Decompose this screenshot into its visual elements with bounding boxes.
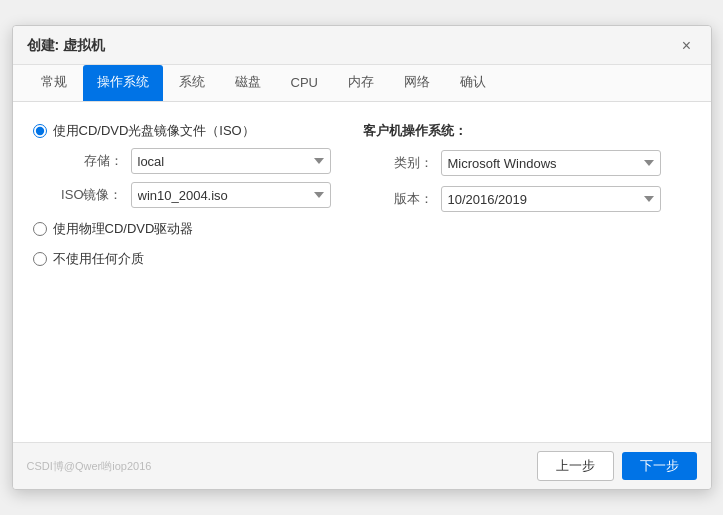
iso-section: 存储： local ISO镜像： win10_2004.iso xyxy=(53,148,333,208)
media-radio-group: 使用CD/DVD光盘镜像文件（ISO） 存储： local IS xyxy=(33,122,333,268)
next-button[interactable]: 下一步 xyxy=(622,452,697,480)
category-select[interactable]: Microsoft Windows xyxy=(441,150,661,176)
tab-bar: 常规 操作系统 系统 磁盘 CPU 内存 网络 确认 xyxy=(13,65,711,102)
right-column: 客户机操作系统： 类别： Microsoft Windows 版本： 10/20… xyxy=(363,122,691,268)
close-button[interactable]: × xyxy=(677,36,697,56)
radio-physical-label[interactable]: 使用物理CD/DVD驱动器 xyxy=(53,220,194,238)
radio-iso[interactable]: 使用CD/DVD光盘镜像文件（ISO） xyxy=(33,122,333,140)
radio-iso-label[interactable]: 使用CD/DVD光盘镜像文件（ISO） xyxy=(53,122,255,140)
radio-none-label[interactable]: 不使用任何介质 xyxy=(53,250,144,268)
iso-label: ISO镜像： xyxy=(53,186,123,204)
tab-disk[interactable]: 磁盘 xyxy=(221,65,275,101)
storage-row: 存储： local xyxy=(53,148,333,174)
dialog-header: 创建: 虚拟机 × xyxy=(13,26,711,65)
version-label: 版本： xyxy=(363,190,433,208)
category-label: 类别： xyxy=(363,154,433,172)
radio-iso-input[interactable] xyxy=(33,124,47,138)
radio-physical-input[interactable] xyxy=(33,222,47,236)
footer-watermark: CSDI博@Qwer哟iop2016 xyxy=(27,459,152,474)
storage-label: 存储： xyxy=(53,152,123,170)
category-row: 类别： Microsoft Windows xyxy=(363,150,691,176)
tab-cpu[interactable]: CPU xyxy=(277,67,332,100)
tab-os[interactable]: 操作系统 xyxy=(83,65,163,101)
iso-select[interactable]: win10_2004.iso xyxy=(131,182,331,208)
left-column: 使用CD/DVD光盘镜像文件（ISO） 存储： local IS xyxy=(33,122,333,268)
tab-confirm[interactable]: 确认 xyxy=(446,65,500,101)
version-row: 版本： 10/2016/2019 xyxy=(363,186,691,212)
radio-none-input[interactable] xyxy=(33,252,47,266)
tab-system[interactable]: 系统 xyxy=(165,65,219,101)
iso-row: ISO镜像： win10_2004.iso xyxy=(53,182,333,208)
tab-memory[interactable]: 内存 xyxy=(334,65,388,101)
storage-select[interactable]: local xyxy=(131,148,331,174)
tab-general[interactable]: 常规 xyxy=(27,65,81,101)
guest-os-title: 客户机操作系统： xyxy=(363,122,691,140)
radio-iso-row: 使用CD/DVD光盘镜像文件（ISO） 存储： local IS xyxy=(33,122,333,208)
radio-none[interactable]: 不使用任何介质 xyxy=(33,250,333,268)
dialog-footer: CSDI博@Qwer哟iop2016 上一步 下一步 xyxy=(13,442,711,489)
dialog-title: 创建: 虚拟机 xyxy=(27,37,106,55)
dialog-body: 使用CD/DVD光盘镜像文件（ISO） 存储： local IS xyxy=(13,102,711,442)
radio-physical[interactable]: 使用物理CD/DVD驱动器 xyxy=(33,220,333,238)
create-vm-dialog: 创建: 虚拟机 × 常规 操作系统 系统 磁盘 CPU 内存 网络 确认 使用C… xyxy=(12,25,712,490)
main-content: 使用CD/DVD光盘镜像文件（ISO） 存储： local IS xyxy=(33,122,691,268)
tab-network[interactable]: 网络 xyxy=(390,65,444,101)
back-button[interactable]: 上一步 xyxy=(537,451,614,481)
version-select[interactable]: 10/2016/2019 xyxy=(441,186,661,212)
